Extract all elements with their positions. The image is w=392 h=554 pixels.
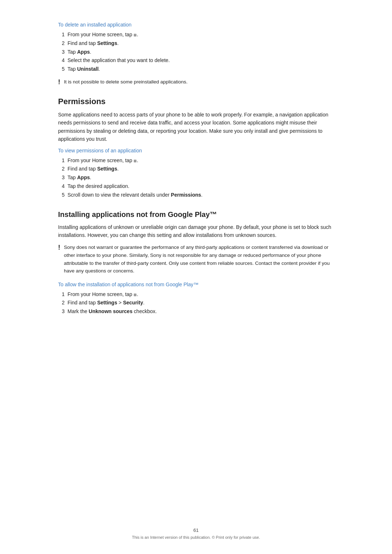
step-number: 4: [58, 56, 65, 65]
step-content: Find and tap Settings.: [68, 165, 334, 173]
note-text: It is not possible to delete some preins…: [64, 78, 188, 86]
step-content: Select the application that you want to …: [68, 56, 334, 65]
list-item: 1 From your Home screen, tap ⊞.: [58, 290, 334, 299]
list-item: 5 Scroll down to view the relevant detai…: [58, 191, 334, 200]
permissions-steps-list: 1 From your Home screen, tap ⊞. 2 Find a…: [58, 156, 334, 200]
note-icon: !: [58, 78, 60, 86]
step-number: 1: [58, 30, 65, 39]
list-item: 2 Find and tap Settings.: [58, 39, 334, 48]
step-content: Find and tap Settings > Security.: [68, 299, 334, 307]
step-number: 5: [58, 65, 65, 74]
view-permissions-link[interactable]: To view permissions of an application: [58, 148, 334, 153]
step-number: 1: [58, 290, 65, 299]
step-number: 2: [58, 165, 65, 173]
delete-steps-list: 1 From your Home screen, tap ⊞. 2 Find a…: [58, 30, 334, 74]
page-footer: 61 This is an Internet version of this p…: [0, 528, 392, 539]
step-number: 4: [58, 182, 65, 191]
step-content: From your Home screen, tap ⊞.: [68, 156, 334, 165]
step-number: 5: [58, 191, 65, 200]
installing-steps-list: 1 From your Home screen, tap ⊞. 2 Find a…: [58, 290, 334, 316]
step-content: Tap Apps.: [68, 173, 334, 182]
list-item: 3 Tap Apps.: [58, 48, 334, 57]
list-item: 4 Select the application that you want t…: [58, 56, 334, 65]
section-installing: Installing applications not from Google …: [58, 210, 334, 316]
footer-text: This is an Internet version of this publ…: [0, 535, 392, 539]
permissions-heading: Permissions: [58, 97, 334, 106]
step-number: 3: [58, 48, 65, 57]
list-item: 3 Tap Apps.: [58, 173, 334, 182]
delete-section-link[interactable]: To delete an installed application: [58, 22, 334, 28]
installing-body: Installing applications of unknown or un…: [58, 223, 334, 239]
step-content: From your Home screen, tap ⊞.: [68, 290, 334, 299]
installing-heading: Installing applications not from Google …: [58, 210, 334, 219]
list-item: 1 From your Home screen, tap ⊞.: [58, 30, 334, 39]
step-content: Tap Apps.: [68, 48, 334, 57]
step-number: 1: [58, 156, 65, 165]
step-content: Tap the desired application.: [68, 182, 334, 191]
allow-installation-link[interactable]: To allow the installation of application…: [58, 282, 334, 287]
step-content: From your Home screen, tap ⊞.: [68, 30, 334, 39]
step-content: Scroll down to view the relevant details…: [68, 191, 334, 200]
list-item: 5 Tap Uninstall.: [58, 65, 334, 74]
section-delete: To delete an installed application 1 Fro…: [58, 22, 334, 86]
step-number: 3: [58, 173, 65, 182]
step-number: 3: [58, 307, 65, 316]
list-item: 2 Find and tap Settings.: [58, 165, 334, 173]
page-container: To delete an installed application 1 Fro…: [0, 0, 392, 554]
step-content: Find and tap Settings.: [68, 39, 334, 48]
step-content: Mark the Unknown sources checkbox.: [68, 307, 334, 316]
permissions-body: Some applications need to access parts o…: [58, 111, 334, 143]
note-icon: !: [58, 244, 60, 251]
step-number: 2: [58, 39, 65, 48]
delete-note: ! It is not possible to delete some prei…: [58, 78, 334, 86]
step-number: 2: [58, 299, 65, 307]
note-text: Sony does not warrant or guarantee the p…: [64, 243, 334, 275]
list-item: 2 Find and tap Settings > Security.: [58, 299, 334, 307]
page-number: 61: [0, 528, 392, 533]
step-content: Tap Uninstall.: [68, 65, 334, 74]
list-item: 3 Mark the Unknown sources checkbox.: [58, 307, 334, 316]
list-item: 1 From your Home screen, tap ⊞.: [58, 156, 334, 165]
installing-note: ! Sony does not warrant or guarantee the…: [58, 243, 334, 275]
section-permissions: Permissions Some applications need to ac…: [58, 97, 334, 200]
list-item: 4 Tap the desired application.: [58, 182, 334, 191]
